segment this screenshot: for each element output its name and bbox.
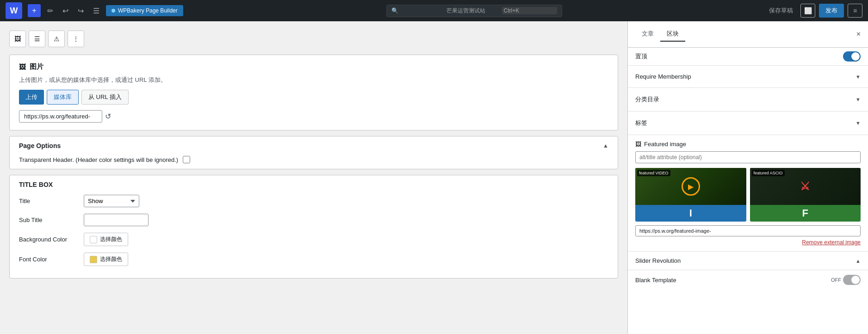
url-insert-button[interactable]: 从 URL 插入 [81, 90, 129, 105]
font-color-control: 选择颜色 [84, 253, 608, 266]
tab-article[interactable]: 文章 [635, 27, 660, 42]
title-field-row: Title Show Hide [19, 195, 608, 207]
search-shortcut: Ctrl+K [502, 7, 557, 14]
title-select[interactable]: Show Hide [84, 195, 139, 207]
slider-rev-chevron: ▲ [856, 258, 861, 264]
tab-block[interactable]: 区块 [660, 27, 685, 42]
thumb1-container[interactable]: featured VIDEO ▶ I [635, 168, 746, 222]
font-color-button[interactable]: 选择颜色 [84, 253, 128, 266]
tab-article-label: 文章 [642, 30, 654, 37]
list-view-button[interactable]: ☰ [90, 5, 102, 17]
transparent-header-row: Transparent Header. (Header color settin… [19, 156, 608, 163]
tags-header[interactable]: 标签 ▼ [635, 117, 861, 129]
bg-color-swatch [90, 236, 97, 243]
subtitle-field-label: Sub Title [19, 216, 84, 223]
edit-button[interactable]: ✏ [44, 5, 56, 17]
category-title: 分类目录 [635, 95, 659, 104]
blank-template-row: Blank Template OFF [628, 270, 868, 290]
search-bar[interactable]: 🔍 芒果运营测试站 Ctrl+K [386, 5, 562, 17]
slider-rev-title: Slider Revolution [635, 257, 681, 264]
title-field-control: Show Hide [84, 195, 608, 207]
featured-image-section: 🖼 Featured image featured VIDEO ▶ [628, 135, 868, 252]
featured-url-input[interactable] [635, 225, 861, 236]
search-icon: 🔍 [391, 7, 443, 14]
main-wrapper: 🖼 ☰ ⚠ ⋮ 🖼 图片 上传图片，或从您的媒体库中选择，或通过 URL 添加。… [0, 21, 868, 334]
require-membership-header[interactable]: Require Membership ▼ [635, 71, 861, 82]
upload-button[interactable]: 上传 [19, 90, 44, 105]
image-section: 🖼 图片 上传图片，或从您的媒体库中选择，或通过 URL 添加。 上传 媒体库 … [9, 55, 618, 130]
settings-button[interactable]: ≡ [848, 4, 862, 18]
wp-logo[interactable]: W [6, 2, 22, 19]
wpbakery-label: WPBakery Page Builder [118, 7, 178, 14]
url-refresh-button[interactable]: ↺ [105, 112, 111, 121]
undo-button[interactable]: ↩ [60, 5, 71, 17]
off-label: OFF [831, 277, 841, 283]
slider-revolution-section: Slider Revolution ▲ [628, 252, 868, 270]
redo-button[interactable]: ↪ [75, 5, 87, 17]
alt-input[interactable] [635, 151, 861, 163]
tab-block-label: 区块 [667, 30, 679, 37]
image-title-text: 图片 [30, 62, 43, 71]
page-options-header[interactable]: Page Options ▲ [19, 142, 608, 149]
wpbakery-dot [112, 9, 115, 12]
thumb1-video: featured VIDEO ▶ [635, 168, 746, 205]
title-box-header: TITLE BOX [19, 181, 608, 188]
top-bar-right: 保存草稿 ⬜ 发布 ≡ [765, 4, 862, 18]
thumb2-badge-text: F [802, 207, 808, 219]
save-draft-button[interactable]: 保存草稿 [765, 5, 797, 17]
editor-toolbar: 🖼 ☰ ⚠ ⋮ [9, 31, 618, 47]
font-color-field-row: Font Color 选择颜色 [19, 253, 608, 266]
bg-color-label-text: 选择颜色 [100, 235, 122, 243]
sidebar-tabs: 文章 区块 [635, 27, 685, 42]
wpbakery-button[interactable]: WPBakery Page Builder [106, 5, 183, 16]
right-sidebar: 文章 区块 × 置顶 Require Membership ▼ [627, 21, 868, 334]
thumb2-ascio: featured ASCIO ⚔ [750, 168, 861, 205]
top-toggle-row: 置顶 [628, 48, 868, 66]
require-membership-chevron: ▼ [856, 74, 861, 80]
category-section: 分类目录 ▼ [628, 88, 868, 111]
subtitle-input[interactable] [84, 214, 149, 226]
slider-rev-header[interactable]: Slider Revolution ▲ [635, 257, 861, 264]
featured-image-label: Featured image [644, 141, 686, 148]
image-btn-row: 上传 媒体库 从 URL 插入 [19, 90, 608, 105]
subtitle-field-control [84, 214, 608, 226]
font-color-swatch [90, 256, 97, 263]
top-bar: W + ✏ ↩ ↪ ☰ WPBakery Page Builder 🔍 芒果运营… [0, 0, 868, 21]
title-box-section: TITLE BOX Title Show Hide Sub Title [9, 175, 618, 278]
align-toolbar-button[interactable]: ☰ [29, 31, 45, 47]
transparent-header-checkbox[interactable] [183, 156, 190, 163]
require-membership-title: Require Membership [635, 73, 691, 80]
top-label: 置顶 [635, 52, 647, 61]
editor-area: 🖼 ☰ ⚠ ⋮ 🖼 图片 上传图片，或从您的媒体库中选择，或通过 URL 添加。… [0, 21, 627, 334]
image-section-title: 🖼 图片 [19, 62, 608, 71]
sidebar-header: 文章 区块 × [628, 21, 868, 48]
image-section-desc: 上传图片，或从您的媒体库中选择，或通过 URL 添加。 [19, 76, 608, 84]
off-toggle: OFF [831, 275, 861, 285]
tags-section: 标签 ▼ [628, 111, 868, 135]
add-block-button[interactable]: + [28, 4, 41, 17]
site-name-search: 芒果运营测试站 [446, 7, 498, 15]
bg-color-control: 选择颜色 [84, 233, 608, 246]
warning-toolbar-button[interactable]: ⚠ [48, 31, 65, 47]
blank-template-knob [851, 276, 860, 284]
font-color-label-text: 选择颜色 [100, 255, 122, 263]
remove-external-image-link[interactable]: Remove external image [635, 239, 861, 246]
media-library-button[interactable]: 媒体库 [47, 90, 79, 105]
image-toolbar-button[interactable]: 🖼 [9, 31, 26, 47]
top-toggle[interactable] [843, 51, 861, 62]
publish-button[interactable]: 发布 [819, 4, 844, 18]
image-icon: 🖼 [19, 63, 26, 71]
more-toolbar-button[interactable]: ⋮ [68, 31, 84, 47]
url-input[interactable] [19, 110, 102, 123]
blank-template-toggle[interactable] [843, 275, 861, 285]
require-membership-section: Require Membership ▼ [628, 66, 868, 88]
category-header[interactable]: 分类目录 ▼ [635, 93, 861, 105]
preview-button[interactable]: ⬜ [800, 4, 815, 18]
subtitle-field-row: Sub Title [19, 214, 608, 226]
bg-color-field-row: Background Color 选择颜色 [19, 233, 608, 246]
image-thumbs: featured VIDEO ▶ I featured ASCIO [635, 168, 861, 222]
bg-color-button[interactable]: 选择颜色 [84, 233, 128, 246]
thumb1-badge: I [635, 205, 746, 222]
thumb2-container[interactable]: featured ASCIO ⚔ F [750, 168, 861, 222]
sidebar-close-button[interactable]: × [856, 30, 861, 38]
